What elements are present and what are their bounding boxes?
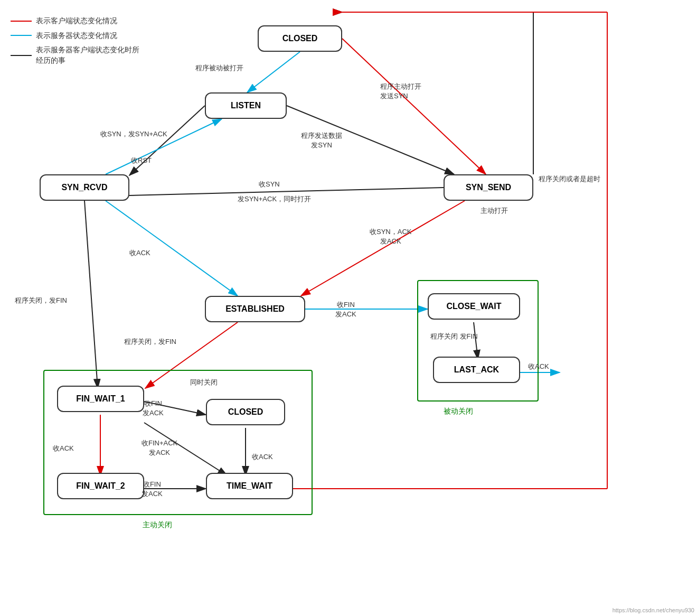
label-recv-synack: 收SYN，ACK发ACK (370, 227, 411, 246)
label-recv-syn: 收SYN (259, 180, 280, 189)
label-recv-rst: 收RST (131, 156, 152, 165)
watermark: https://blog.csdn.net/chenyu930 (613, 607, 694, 613)
label-simultaneous: 同时关闭 (190, 378, 218, 387)
label-recv-finack: 收FIN+ACK发ACK (142, 438, 177, 458)
svg-line-6 (247, 52, 300, 92)
state-syn-send: SYN_SEND (444, 174, 533, 201)
label-recv-ack: 收ACK (129, 248, 150, 258)
label-recv-ack-fw: 收ACK (53, 444, 74, 453)
label-close-fin-2: 程序关闭，发FIN (124, 337, 176, 347)
label-recv-ack-ct: 收ACK (252, 452, 273, 462)
state-syn-rcvd: SYN_RCVD (40, 174, 129, 201)
state-closed-top: CLOSED (258, 25, 342, 52)
label-syn-synack: 收SYN，发SYN+ACK (100, 129, 167, 139)
tcp-state-diagram: 表示客户端状态变化情况 表示服务器状态变化情况 表示服务器客户端状态变化时所经历… (0, 0, 697, 616)
label-active-open: 程序主动打开 发送SYN (380, 82, 421, 101)
active-close-box (43, 370, 313, 515)
passive-close-label: 被动关闭 (444, 407, 473, 416)
label-active-open2: 主动打开 (481, 206, 508, 216)
label-close-fin-3: 程序关闭 发FIN (430, 332, 478, 341)
label-syn-synack-open: 发SYN+ACK，同时打开 (238, 194, 311, 204)
label-prog-send-syn: 程序发送数据发SYN (301, 131, 342, 150)
svg-line-17 (84, 201, 98, 388)
state-established: ESTABLISHED (205, 296, 305, 322)
label-close-fin-1: 程序关闭，发FIN (15, 296, 67, 305)
svg-line-13 (342, 39, 486, 174)
state-listen: LISTEN (205, 92, 287, 119)
label-passive-open: 程序被动被打开 (195, 63, 243, 73)
label-fw2-tw: 收FIN发ACK (142, 480, 163, 499)
label-fw1-closed: 收FIN发ACK (143, 399, 164, 418)
svg-line-8 (106, 119, 222, 174)
label-recv-fin-ack: 收FIN发ACK (335, 300, 356, 319)
label-close-timeout: 程序关闭或者是超时 (539, 174, 600, 184)
active-close-label: 主动关闭 (143, 520, 172, 530)
svg-line-12 (106, 201, 238, 296)
label-recv-ack-right: 收ACK (528, 362, 549, 371)
